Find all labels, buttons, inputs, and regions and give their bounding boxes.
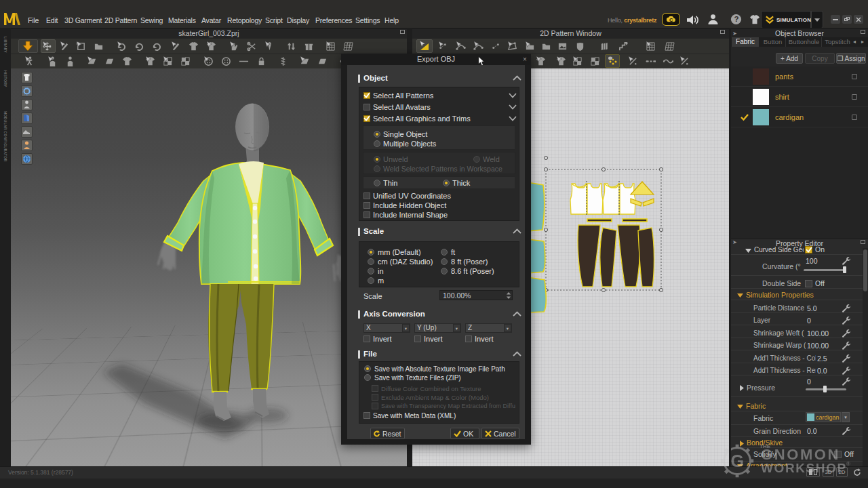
svg-text:C: C (669, 17, 673, 22)
svg-text:+: + (757, 15, 760, 19)
svg-text:G: G (730, 451, 744, 470)
svg-text:?: ? (734, 15, 738, 23)
